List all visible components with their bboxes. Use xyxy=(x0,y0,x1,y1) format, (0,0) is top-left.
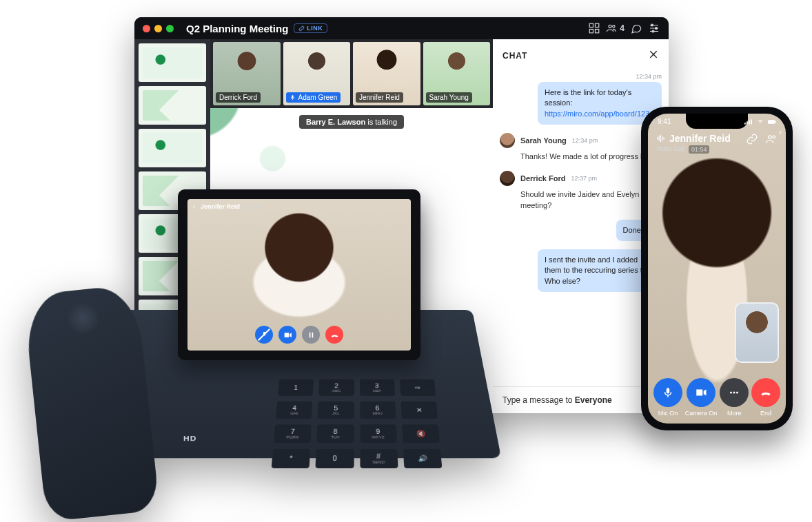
phone-touchscreen: ‹ Jennifer Reid 01:54 xyxy=(178,189,420,360)
slide-thumb[interactable] xyxy=(139,86,206,125)
chat-toggle-button[interactable] xyxy=(630,22,642,34)
hangup-button[interactable] xyxy=(325,326,343,344)
video-tile[interactable]: Sarah Young xyxy=(423,42,491,105)
svg-rect-9 xyxy=(309,332,310,337)
copy-link-button[interactable] xyxy=(746,133,758,148)
people-badge-count: 2 xyxy=(779,130,782,135)
keypad-key[interactable]: ⇨ xyxy=(400,379,436,396)
chat-message-self: Here is the link for today's session: ht… xyxy=(500,82,662,125)
keypad-key[interactable]: 0 xyxy=(316,448,354,468)
svg-rect-11 xyxy=(744,123,746,124)
mic-control[interactable]: Mic On xyxy=(653,378,682,417)
participants-count: 4 xyxy=(620,23,625,33)
camera-label: Camera On xyxy=(685,410,718,417)
camera-icon xyxy=(695,386,707,399)
people-icon xyxy=(765,133,778,145)
mobile-caller-row: Jennifer Reid xyxy=(656,133,731,144)
wifi-icon xyxy=(756,118,764,125)
keypad-key[interactable]: 8TUV xyxy=(316,424,354,443)
keypad-key[interactable]: 1 xyxy=(278,379,314,396)
keypad-key[interactable]: 9WXYZ xyxy=(360,424,397,443)
svg-point-23 xyxy=(773,136,775,138)
video-tile[interactable]: Adam Green xyxy=(283,42,351,105)
link-badge-text: LINK xyxy=(307,25,323,32)
keypad-key[interactable]: 6MNO xyxy=(360,401,396,419)
pause-button[interactable] xyxy=(302,326,320,344)
svg-point-7 xyxy=(656,28,658,30)
chat-header: CHAT xyxy=(493,39,669,69)
svg-point-6 xyxy=(651,24,653,26)
call-duration: 01:54 xyxy=(244,203,260,210)
chat-sender-name: Derrick Ford xyxy=(520,174,565,182)
chat-close-button[interactable] xyxy=(648,49,659,62)
maximize-window-button[interactable] xyxy=(166,25,174,32)
keypad-key[interactable]: 3DEF xyxy=(360,379,395,396)
svg-point-26 xyxy=(736,392,738,394)
keypad-key[interactable]: * xyxy=(272,448,311,468)
titlebar: Q2 Planning Meeting LINK 4 xyxy=(134,17,669,39)
keypad-key[interactable]: 2ABC xyxy=(318,379,354,396)
chat-timestamp: 12:34 pm xyxy=(500,73,662,80)
chat-link[interactable]: https://miro.com/app/board/12345/ xyxy=(545,109,660,118)
caller-name: Jennifer Reid xyxy=(201,203,240,210)
video-tile[interactable]: Derrick Ford xyxy=(213,42,281,105)
close-window-button[interactable] xyxy=(143,25,150,32)
more-control[interactable]: More xyxy=(720,378,749,417)
chat-timestamp: 12:37 pm xyxy=(571,175,597,182)
add-people-button[interactable]: 2 xyxy=(765,133,778,148)
svg-point-24 xyxy=(730,392,732,394)
close-icon xyxy=(648,49,659,60)
pause-icon xyxy=(307,331,316,340)
mobile-status-bar: 9:41 xyxy=(658,118,776,125)
sound-wave-icon xyxy=(656,134,666,143)
self-video-pip[interactable] xyxy=(735,302,779,363)
end-call-control[interactable]: End xyxy=(751,378,780,417)
mic-muted-icon xyxy=(260,331,269,340)
clock: 9:41 xyxy=(658,118,671,125)
desk-phone-device: HD 12ABC3DEF⇨4GHI5JKL6MNO✕7PQRS8TUV9WXYZ… xyxy=(14,162,469,503)
camera-button[interactable] xyxy=(278,326,296,344)
phone-call-controls xyxy=(255,326,343,344)
keypad-key[interactable]: 5JKL xyxy=(318,401,354,419)
end-label: End xyxy=(760,410,771,417)
chat-message: Derrick Ford 12:37 pm Should we invite J… xyxy=(500,171,662,211)
chat-title: CHAT xyxy=(503,51,527,61)
svg-point-8 xyxy=(652,30,654,32)
link-icon xyxy=(746,133,758,145)
phone-keypad: 12ABC3DEF⇨4GHI5JKL6MNO✕7PQRS8TUV9WXYZ🔇*0… xyxy=(272,379,443,468)
camera-control[interactable]: Camera On xyxy=(685,378,718,417)
svg-rect-20 xyxy=(662,136,662,141)
keypad-key[interactable]: 7PQRS xyxy=(274,424,312,443)
keypad-key[interactable]: 🔊 xyxy=(403,448,443,468)
svg-rect-0 xyxy=(590,23,593,27)
meeting-link-badge[interactable]: LINK xyxy=(294,23,327,33)
svg-rect-12 xyxy=(747,121,748,124)
mic-icon xyxy=(290,94,296,101)
more-icon xyxy=(728,386,740,399)
participant-name-badge: Derrick Ford xyxy=(216,92,261,103)
mute-button[interactable] xyxy=(255,326,273,344)
meeting-title: Q2 Planning Meeting xyxy=(186,23,288,34)
avatar xyxy=(500,171,515,186)
chat-message-self: I sent the invite and I added them to th… xyxy=(500,249,662,292)
keypad-key[interactable]: 🔇 xyxy=(402,424,440,443)
hd-badge: HD xyxy=(183,435,196,442)
keypad-key[interactable]: 4GHI xyxy=(276,401,313,419)
link-icon xyxy=(298,25,305,32)
keypad-key[interactable]: #SEND xyxy=(360,448,398,468)
active-speaker-pill: Barry E. Lawson is talking xyxy=(299,115,404,129)
signal-icon xyxy=(744,118,753,125)
back-chevron-icon[interactable]: ‹ xyxy=(193,203,195,210)
settings-sliders-button[interactable] xyxy=(648,22,660,34)
minimize-window-button[interactable] xyxy=(154,25,162,32)
participants-button[interactable]: 4 xyxy=(606,23,625,34)
hangup-icon xyxy=(760,386,772,399)
keypad-key[interactable]: ✕ xyxy=(400,401,438,419)
svg-rect-17 xyxy=(657,137,658,140)
svg-rect-10 xyxy=(312,332,313,337)
video-tile[interactable]: Jennifer Reid xyxy=(353,42,420,105)
avatar xyxy=(500,133,515,148)
slide-thumb[interactable] xyxy=(139,43,206,82)
grid-view-button[interactable] xyxy=(588,22,600,34)
mobile-call-duration: 01:54 xyxy=(689,145,710,154)
